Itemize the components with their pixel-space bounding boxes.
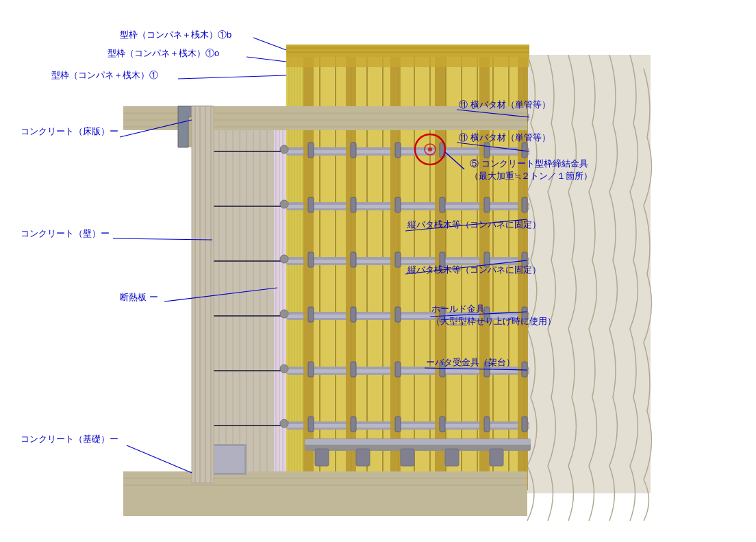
svg-point-147 — [280, 365, 288, 373]
svg-rect-109 — [395, 417, 401, 432]
svg-rect-139 — [286, 45, 529, 57]
svg-point-143 — [280, 145, 288, 153]
label-katawaku-1o: 型枠（コンパネ＋桟木）①o — [108, 48, 219, 58]
label-concrete-wall: コンクリート（壁）ー — [21, 228, 110, 238]
svg-rect-111 — [484, 417, 490, 432]
label-concrete-kiso: コンクリート（基礎）ー — [21, 434, 118, 444]
svg-rect-142 — [286, 57, 529, 67]
label-yoko-bata-2: ⑪ 横バタ材（単管等） — [459, 132, 551, 143]
svg-rect-90 — [351, 252, 356, 267]
svg-rect-137 — [445, 449, 459, 466]
svg-rect-106 — [522, 362, 527, 377]
svg-rect-112 — [522, 417, 527, 432]
label-bata-uke: ーバタ受金具（架台） — [426, 357, 515, 367]
svg-rect-87 — [484, 197, 490, 212]
svg-line-160 — [178, 75, 286, 79]
svg-rect-78 — [351, 143, 356, 158]
svg-rect-81 — [484, 143, 490, 158]
svg-point-152 — [428, 147, 432, 151]
label-dantsuban: 断熱板 ー — [120, 292, 158, 302]
svg-line-158 — [253, 38, 286, 50]
svg-rect-97 — [395, 307, 401, 322]
label-form-tie-sub: （最大加重≒２トン／１箇所） — [470, 171, 592, 181]
svg-rect-89 — [308, 252, 314, 267]
label-hold-1: ホールド金具 — [431, 304, 485, 314]
svg-rect-62 — [286, 369, 529, 373]
svg-rect-135 — [356, 449, 370, 466]
svg-rect-133 — [305, 439, 531, 445]
label-tate-bata-2: 縦バタ桟木等（コンパネに固定） — [407, 264, 541, 275]
svg-point-145 — [280, 255, 288, 263]
svg-rect-64 — [286, 424, 529, 428]
svg-point-148 — [280, 419, 288, 428]
svg-rect-134 — [315, 449, 329, 466]
svg-rect-138 — [490, 449, 503, 466]
diagram-container: 型枠（コンパネ＋桟木）①b 型枠（コンパネ＋桟木）①o 型枠（コンパネ＋桟木）①… — [0, 0, 756, 542]
svg-rect-77 — [308, 143, 314, 158]
svg-rect-108 — [351, 417, 356, 432]
svg-point-146 — [280, 310, 288, 318]
label-concrete-floor: コンクリート（床版）ー — [21, 126, 118, 136]
svg-rect-85 — [395, 197, 401, 212]
svg-rect-1 — [212, 120, 274, 483]
svg-rect-58 — [286, 260, 529, 263]
svg-rect-107 — [308, 417, 314, 432]
svg-rect-82 — [522, 143, 527, 158]
svg-point-144 — [280, 200, 288, 208]
svg-line-164 — [127, 445, 192, 473]
svg-rect-101 — [308, 362, 314, 377]
svg-rect-136 — [401, 449, 414, 466]
svg-rect-86 — [440, 197, 445, 212]
label-hold-2: （大型型枠せり上げ時に使用） — [431, 316, 556, 326]
svg-rect-102 — [351, 362, 356, 377]
label-katawaku-1b: 型枠（コンパネ＋桟木）①b — [120, 29, 231, 40]
label-katawaku-1: 型枠（コンパネ＋桟木）① — [51, 70, 158, 80]
label-yoko-bata-1: ⑪ 横バタ材（単管等） — [459, 99, 551, 110]
svg-rect-54 — [286, 150, 529, 153]
svg-rect-84 — [351, 197, 356, 212]
svg-rect-56 — [286, 205, 529, 208]
svg-rect-96 — [351, 307, 356, 322]
svg-rect-88 — [522, 197, 527, 212]
svg-rect-83 — [308, 197, 314, 212]
main-diagram: 型枠（コンパネ＋桟木）①b 型枠（コンパネ＋桟木）①o 型枠（コンパネ＋桟木）①… — [0, 0, 756, 542]
svg-rect-91 — [395, 252, 401, 267]
label-form-tie: ⑤ コンクリート型枠締結金具 — [470, 158, 588, 169]
svg-rect-0 — [527, 55, 651, 493]
svg-line-159 — [247, 57, 286, 62]
svg-rect-110 — [440, 417, 445, 432]
label-tate-bata-1: 縦バタ桟木等（コンパネに固定） — [407, 219, 541, 230]
svg-rect-79 — [395, 143, 401, 158]
svg-rect-95 — [308, 307, 314, 322]
svg-rect-103 — [395, 362, 401, 377]
